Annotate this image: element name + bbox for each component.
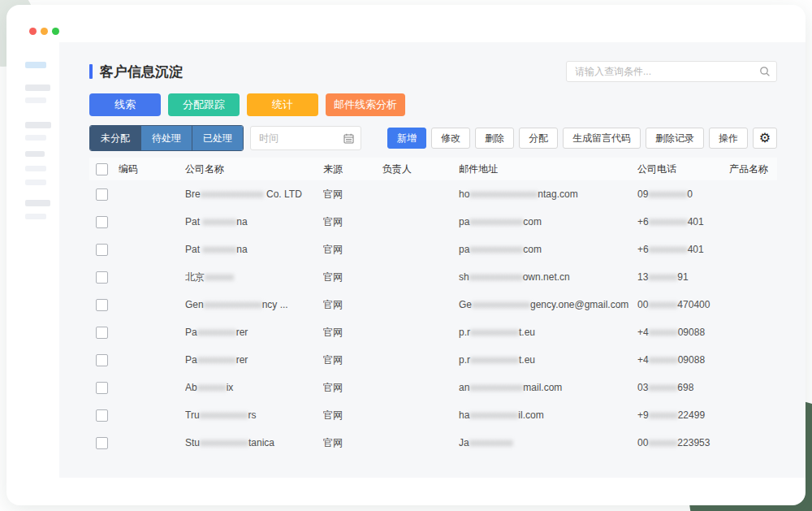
main-content: 客户信息沉淀 线索分配跟踪统计邮件线索分析 未分配待处理已处理 xyxy=(59,42,806,478)
cell-email: shxxxxxxxxxxxown.net.cn xyxy=(459,263,637,291)
row-checkbox[interactable] xyxy=(96,299,108,311)
cell-source: 官网 xyxy=(323,263,382,291)
cell-product xyxy=(729,208,777,236)
filter-tab-group: 未分配待处理已处理 xyxy=(89,125,244,151)
minimize-button[interactable] xyxy=(41,28,48,35)
cell-owner xyxy=(382,401,459,429)
cell-owner xyxy=(382,236,459,263)
cell-source: 官网 xyxy=(323,236,382,263)
title-accent-bar xyxy=(89,64,93,79)
nav-button-4[interactable]: 邮件线索分析 xyxy=(326,93,405,116)
cell-code xyxy=(119,429,185,457)
sidebar-item-active-skeleton[interactable] xyxy=(25,62,46,68)
row-checkbox[interactable] xyxy=(96,409,108,422)
action-button-2[interactable]: 修改 xyxy=(431,128,470,149)
search-icon[interactable] xyxy=(759,66,771,80)
sidebar-item-skeleton xyxy=(25,84,50,91)
cell-code xyxy=(119,291,185,318)
column-header-phone: 公司电话 xyxy=(637,158,729,180)
table-row: Abxxxxxxix官网anxxxxxxxxxxxmail.com03xxxxx… xyxy=(89,374,777,401)
filter-tab-1[interactable]: 未分配 xyxy=(90,126,141,150)
nav-button-1[interactable]: 线索 xyxy=(89,93,161,116)
column-header-source: 来源 xyxy=(323,158,382,180)
search-box xyxy=(566,61,777,82)
maximize-button[interactable] xyxy=(52,28,59,35)
nav-button-3[interactable]: 统计 xyxy=(247,93,318,116)
cell-phone: 13xxxxxx91 xyxy=(637,263,729,291)
cell-phone: +6xxxxxxxx401 xyxy=(637,208,729,236)
window-controls xyxy=(29,28,59,35)
column-header-product: 产品名称 xyxy=(729,158,777,180)
action-button-6[interactable]: 删除记录 xyxy=(646,128,704,149)
filter-tab-2[interactable]: 待处理 xyxy=(141,126,192,150)
cell-code xyxy=(119,236,185,263)
cell-owner xyxy=(382,291,459,318)
cell-email: hoxxxxxxxxxxxxxxntag.com xyxy=(459,180,637,208)
action-button-4[interactable]: 分配 xyxy=(519,128,558,149)
nav-button-2[interactable]: 分配跟踪 xyxy=(168,93,240,116)
cell-product xyxy=(729,291,777,318)
cell-company: Pat xxxxxxxna xyxy=(185,236,323,263)
cell-source: 官网 xyxy=(323,346,382,374)
cell-owner xyxy=(382,346,459,374)
table-row: Truxxxxxxxxxxrs官网haxxxxxxxxxxil.com+9xxx… xyxy=(89,401,777,429)
row-checkbox[interactable] xyxy=(96,271,108,284)
date-picker xyxy=(250,126,361,150)
cell-phone: 09xxxxxxxx0 xyxy=(637,180,729,208)
action-button-1[interactable]: 新增 xyxy=(387,128,426,149)
cell-source: 官网 xyxy=(323,429,382,457)
row-checkbox[interactable] xyxy=(96,244,108,256)
nav-button-row: 线索分配跟踪统计邮件线索分析 xyxy=(89,93,777,116)
cell-email: haxxxxxxxxxxil.com xyxy=(459,401,637,429)
cell-owner xyxy=(382,318,459,346)
cell-owner xyxy=(382,263,459,291)
cell-product xyxy=(729,429,777,457)
sidebar-item-skeleton xyxy=(25,214,46,219)
page-title: 客户信息沉淀 xyxy=(89,63,183,81)
cell-email: p.rxxxxxxxxxxt.eu xyxy=(459,346,637,374)
cell-owner xyxy=(382,429,459,457)
action-button-7[interactable]: 操作 xyxy=(709,128,748,149)
cell-code xyxy=(119,263,185,291)
table-header-row: 编码 公司名称 来源 负责人 邮件地址 公司电话 产品名称 xyxy=(89,158,777,180)
sidebar-item-skeleton xyxy=(25,180,46,185)
cell-source: 官网 xyxy=(323,180,382,208)
cell-code xyxy=(119,208,185,236)
sidebar-item-skeleton xyxy=(25,200,50,206)
table-row: Paxxxxxxxxrer官网p.rxxxxxxxxxxt.eu+4xxxxxx… xyxy=(89,346,777,374)
select-all-checkbox[interactable] xyxy=(96,163,108,175)
row-checkbox[interactable] xyxy=(96,382,108,394)
search-input[interactable] xyxy=(566,61,777,82)
cell-company: Stuxxxxxxxxxxtanica xyxy=(185,429,323,457)
action-button-3[interactable]: 删除 xyxy=(475,128,514,149)
cell-owner xyxy=(382,180,459,208)
action-button-group: 新增修改删除分配生成留言代码删除记录操作 ⚙ xyxy=(387,128,777,149)
settings-gear-icon[interactable]: ⚙ xyxy=(753,128,777,149)
filter-tab-3[interactable]: 已处理 xyxy=(192,126,243,150)
sidebar-item-skeleton xyxy=(25,122,51,128)
row-checkbox[interactable] xyxy=(96,216,108,228)
row-checkbox[interactable] xyxy=(96,437,108,449)
table-row: 北京xxxxxx官网shxxxxxxxxxxxown.net.cn13xxxxx… xyxy=(89,263,777,291)
action-button-5[interactable]: 生成留言代码 xyxy=(563,128,641,149)
row-checkbox[interactable] xyxy=(96,327,108,339)
cell-code xyxy=(119,318,185,346)
cell-phone: 03xxxxxx698 xyxy=(637,374,729,401)
close-button[interactable] xyxy=(29,28,37,35)
cell-code xyxy=(119,180,185,208)
cell-code xyxy=(119,346,185,374)
cell-owner xyxy=(382,374,459,401)
table-row: Genxxxxxxxxxxxxncy ...官网Gexxxxxxxxxxxxge… xyxy=(89,291,777,318)
cell-company: Genxxxxxxxxxxxxncy ... xyxy=(185,291,323,318)
row-checkbox[interactable] xyxy=(96,188,108,201)
cell-phone: +6xxxxxxxx401 xyxy=(637,236,729,263)
cell-email: Gexxxxxxxxxxxxgency.one@gmail.com xyxy=(459,291,637,318)
cell-email: Jaxxxxxxxxx xyxy=(459,429,637,457)
cell-company: Paxxxxxxxxrer xyxy=(185,318,323,346)
column-header-code: 编码 xyxy=(119,158,185,180)
row-checkbox[interactable] xyxy=(96,354,108,366)
cell-company: Brexxxxxxxxxxxxx Co. LTD xyxy=(185,180,323,208)
cell-product xyxy=(729,318,777,346)
cell-source: 官网 xyxy=(323,401,382,429)
calendar-icon[interactable] xyxy=(343,132,354,147)
